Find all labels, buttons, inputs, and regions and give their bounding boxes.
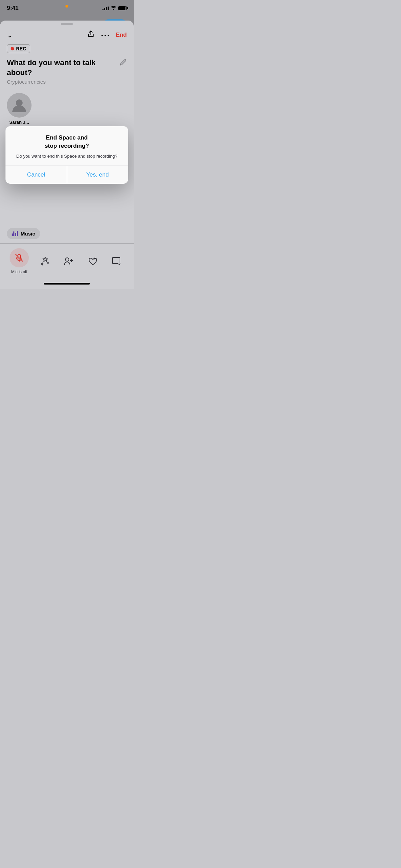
battery-icon (118, 6, 127, 10)
dialog-title: End Space andstop recording? (12, 134, 121, 150)
dialog-message: Do you want to end this Space and stop r… (12, 153, 121, 160)
dialog-body: End Space andstop recording? Do you want… (5, 126, 128, 166)
signal-icon (102, 6, 109, 10)
dialog-confirm-button[interactable]: Yes, end (67, 166, 128, 184)
status-icons (102, 6, 127, 11)
dialog-buttons: Cancel Yes, end (5, 166, 128, 184)
dialog-overlay: End Space andstop recording? Do you want… (0, 21, 134, 289)
spaces-sheet: ⌄ End REC What do you want (0, 21, 134, 289)
orange-indicator-dot (65, 5, 68, 8)
wifi-icon (111, 6, 116, 11)
dialog-cancel-button[interactable]: Cancel (5, 166, 67, 184)
end-space-dialog: End Space andstop recording? Do you want… (5, 126, 128, 184)
status-time: 9:41 (7, 5, 19, 12)
